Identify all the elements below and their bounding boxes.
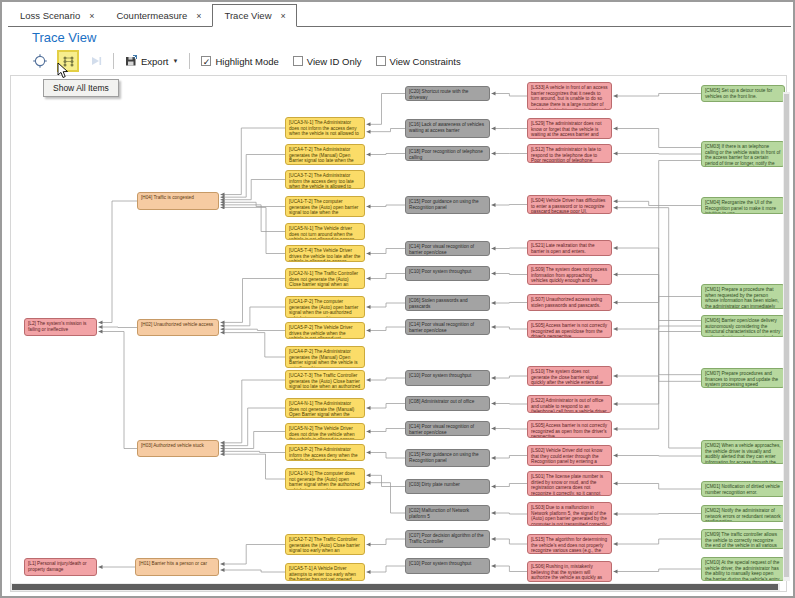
diagram-node-M1[interactable]: [CM05] Set up a detour route for vehicle… [701, 85, 785, 102]
diagram-node-U9[interactable]: [UCA5-P-2] The Vehicle Driver drives the… [285, 322, 365, 339]
fit-view-button[interactable] [30, 51, 50, 71]
diagram-node-U1[interactable]: [UCA3-N-1] The Administrator does not in… [285, 117, 365, 139]
diagram-node-S4[interactable]: [LS04] Vehicle Driver has difficulties t… [527, 195, 612, 214]
diagram-node-U7[interactable]: [UCA2-N-1] The Traffic Controller does n… [285, 268, 365, 289]
forward-icon [90, 55, 102, 67]
horizontal-scrollbar-thumb[interactable] [12, 584, 778, 590]
checkbox-unchecked[interactable] [293, 56, 303, 66]
diagram-node-S3[interactable]: [LS12] The administrator is late to resp… [527, 144, 612, 163]
tab-label: Trace View [225, 10, 272, 21]
checkbox-checked[interactable]: ✓ [201, 56, 211, 66]
checkbox-unchecked[interactable] [376, 56, 386, 66]
close-icon[interactable]: × [281, 11, 286, 21]
diagram-node-C3[interactable]: [C18] Poor recognition of telephone call… [405, 146, 490, 161]
diagram-node-C11[interactable]: [C14] Poor visual recognition of barrier… [405, 421, 490, 436]
diagram-node-S10[interactable]: [LS22] Administrator is out of office an… [527, 395, 612, 413]
diagram-node-S5[interactable]: [LS21] Late realization that the barrier… [527, 240, 612, 256]
diagram-node-L2[interactable]: [L1] Personal injury/death or property d… [24, 558, 97, 576]
diagram-node-L1[interactable]: [L2] The system's mission is failing or … [24, 318, 97, 336]
diagram-node-C5[interactable]: [C14] Poor visual recognition of barrier… [405, 241, 490, 256]
fit-view-icon [33, 54, 47, 68]
diagram-node-H1[interactable]: [H01] Barrier hits a person or car [135, 558, 219, 576]
diagram-node-C10[interactable]: [C08] Administrator out of office [405, 396, 490, 411]
diagram-node-S15[interactable]: [LS15] The algorithm for determining the… [527, 534, 612, 554]
vertical-scrollbar[interactable] [783, 92, 790, 581]
page-title: Trace View [32, 30, 96, 45]
diagram-node-C15[interactable]: [C07] Poor decision algorithm of the Tra… [405, 530, 490, 548]
close-icon[interactable]: × [196, 11, 201, 21]
toolbar-checkboxes: ✓ Highlight Mode View ID Only View Const… [201, 56, 460, 67]
diagram-node-S16[interactable]: [LS06] Rushing in, mistakenly believing … [527, 561, 612, 582]
tab-label: Loss Scenario [20, 10, 80, 21]
toolbar-separator [113, 53, 114, 69]
diagram-node-U14[interactable]: [UCA3-P-2] The Administrator inform the … [285, 444, 365, 461]
diagram-node-C9[interactable]: [C10] Poor system throughput [405, 370, 490, 386]
diagram-node-U13[interactable]: [UCA5-N-2] The Vehicle Driver does not d… [285, 423, 365, 440]
diagram-node-C4[interactable]: [C15] Poor guidance on using the Recogni… [405, 196, 490, 214]
tab-countermeasure[interactable]: Countermeasure × [104, 5, 211, 26]
diagram-node-C16[interactable]: [C10] Poor system throughput [405, 558, 490, 574]
diagram-node-U2[interactable]: [UCA4-T-2] The Administrator generates t… [285, 144, 365, 165]
diagram-node-U8[interactable]: [UCA1-P-2] The computer generates the (A… [285, 296, 365, 318]
diagram-node-S6[interactable]: [LS09] The system does not process infor… [527, 264, 612, 285]
export-button[interactable]: Export ▼ [121, 53, 182, 69]
view-id-only-checkbox[interactable]: View ID Only [293, 56, 362, 67]
diagram-node-M4[interactable]: [CM01] Prepare a procedure that when req… [701, 284, 785, 309]
diagram-node-U10[interactable]: [UCA4-P-2] The Administrator generates t… [285, 346, 365, 368]
diagram-node-M3[interactable]: [CM04] Reorganize the UI of the Recognit… [701, 197, 785, 214]
diagram-node-U15[interactable]: [UCA1-N-1] The computer does not generat… [285, 468, 365, 490]
tab-bar: Loss Scenario × Countermeasure × Trace V… [8, 5, 791, 27]
diagram-node-U6[interactable]: [UCA5-T-4] The Vehicle Driver drives the… [285, 245, 365, 262]
diagram-node-C6[interactable]: [C10] Poor system throughput [405, 266, 490, 281]
diagram-node-M6[interactable]: [CM07] Prepare procedures and finances t… [701, 368, 785, 388]
diagram-node-U3[interactable]: [UCA3-T-2] The Administrator inform the … [285, 170, 365, 189]
diagram-node-M5[interactable]: [CM06] Barrier open/close delivery auton… [701, 315, 785, 337]
checkbox-label: View ID Only [307, 56, 362, 67]
diagram-node-H2[interactable]: [H02] Unauthorized vehicle access [137, 319, 219, 336]
diagram-node-S12[interactable]: [LS02] Vehicle Driver did not know that … [527, 445, 612, 466]
diagram-node-S1[interactable]: [LS33] A vehicle in front of an access b… [527, 82, 612, 110]
diagram-node-C12[interactable]: [C15] Poor guidance on using the Recogni… [405, 449, 490, 467]
diagram-node-S14[interactable]: [LS03] Due to a malfunction in Network p… [527, 502, 612, 526]
diagram-node-H3[interactable]: [H03] Authorized vehicle stuck [137, 440, 219, 457]
diagram-node-M10[interactable]: [CM09] The traffic controller allows the… [701, 529, 785, 549]
diagram-node-M8[interactable]: [CM01] Notification of dirtied vehicle n… [701, 481, 785, 497]
tab-trace-view[interactable]: Trace View × [212, 4, 297, 27]
diagram-node-U5[interactable]: [UCA5-N-1] The Vehicle driver does not t… [285, 223, 365, 240]
diagram-node-S9[interactable]: [LS10] The system does not generate the … [527, 366, 612, 386]
diagram-node-C14[interactable]: [C02] Malfunction of Network platform 5 [405, 505, 490, 521]
diagram-node-S2[interactable]: [LS29] The administrator does not know o… [527, 118, 612, 139]
forward-button[interactable] [86, 51, 106, 71]
diagram-node-U12[interactable]: [UCA4-N-1] The Administrator does not ge… [285, 398, 365, 418]
close-icon[interactable]: × [89, 11, 94, 21]
view-constraints-checkbox[interactable]: View Constraints [376, 56, 461, 67]
diagram-node-U4[interactable]: [UCA1-T-2] The computer generates the (A… [285, 196, 365, 217]
checkbox-label: View Constraints [390, 56, 461, 67]
diagram-node-S13[interactable]: [LS01] The license plate number is dirti… [527, 471, 612, 496]
diagram-node-M7[interactable]: [CM02] When a vehicle approaches, the ve… [701, 440, 785, 464]
diagram-node-M9[interactable]: [CM02] Notify the administrator of netwo… [701, 505, 785, 522]
diagram-node-M11[interactable]: [CM10] At the special request of the veh… [701, 557, 785, 581]
diagram-node-U16[interactable]: [UCA2-T-2] The Traffic Controller genera… [285, 534, 365, 555]
diagram-node-S7[interactable]: [LS07] Unauthorized access using stolen … [527, 294, 612, 311]
export-icon [125, 55, 137, 67]
diagram-node-S8[interactable]: [LS05] Access barrier is not correctly r… [527, 320, 612, 338]
diagram-node-C1[interactable]: [C20] Shortcut route with the driveway [405, 86, 490, 101]
app-window: Loss Scenario × Countermeasure × Trace V… [0, 0, 795, 598]
diagram-node-U11[interactable]: [UCA2-T-3] The Traffic Controller genera… [285, 370, 365, 390]
diagram-node-U17[interactable]: [UCA5-T-1] A Vehicle Driver attempts to … [285, 563, 365, 581]
toolbar: Export ▼ ✓ Highlight Mode View ID Only V… [30, 50, 461, 72]
checkbox-label: Highlight Mode [215, 56, 278, 67]
diagram-node-C8[interactable]: [C14] Poor visual recognition of barrier… [405, 319, 490, 335]
diagram-node-C2[interactable]: [C16] Lack of awareness of vehicles wait… [405, 119, 490, 138]
highlight-mode-checkbox[interactable]: ✓ Highlight Mode [201, 56, 278, 67]
diagram-node-C7[interactable]: [C06] Stolen passwords and passcards [405, 295, 490, 311]
diagram-node-C13[interactable]: [C03] Dirty plate number [405, 479, 490, 494]
trace-diagram: [L2] The system's mission is failing or … [2, 2, 793, 596]
vertical-scrollbar-thumb[interactable] [784, 94, 789, 577]
tab-loss-scenario[interactable]: Loss Scenario × [8, 5, 104, 26]
diagram-node-M2[interactable]: [CM03] If there is an telephone calling … [701, 141, 785, 167]
diagram-node-H4[interactable]: [H04] Traffic is congested [137, 192, 219, 210]
horizontal-scrollbar[interactable] [11, 583, 780, 591]
diagram-node-S11[interactable]: [LS05] Access barrier is not correctly r… [527, 420, 612, 438]
